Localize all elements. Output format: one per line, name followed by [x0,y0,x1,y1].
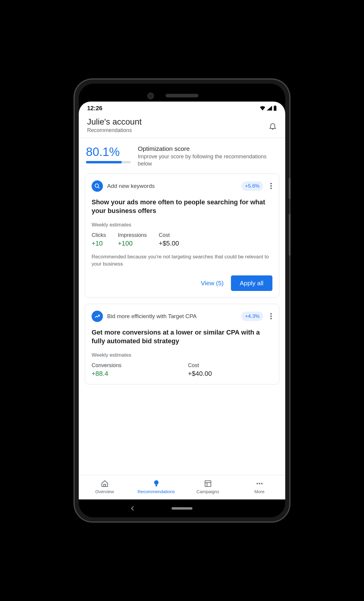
metric-value: +10 [92,240,106,247]
card-title: Add new keywords [107,183,237,190]
score-progress-track [86,161,131,163]
page-subtitle: Recommendations [87,127,142,134]
card-menu-button[interactable] [267,313,272,319]
card-header: Add new keywords +5.6% [92,180,272,192]
nav-campaigns[interactable]: Campaigns [182,475,234,499]
apply-all-button[interactable]: Apply all [231,275,272,291]
home-icon [101,480,109,487]
svg-point-12 [261,483,263,485]
score-impact-badge: +5.6% [241,181,263,191]
metric-impressions: Impressions +100 [118,232,147,247]
metric-label: Impressions [118,232,147,238]
nav-label: Recommendations [138,489,175,494]
speaker-slot [166,94,198,97]
battery-icon [273,105,277,111]
score-title: Optimization score [138,145,278,152]
view-button[interactable]: View (5) [201,280,224,287]
header-titles: Julie's account Recommendations [87,117,142,134]
account-title: Julie's account [87,117,142,127]
svg-rect-0 [274,106,277,111]
score-desc: Improve your score by following the reco… [138,153,278,168]
nav-label: More [254,489,264,494]
dots-icon [256,480,263,487]
metric-value: +$40.00 [188,370,272,378]
trend-icon [92,311,103,322]
svg-rect-6 [155,485,157,487]
phone-power-button [289,178,291,199]
grid-icon [204,480,212,487]
svg-point-5 [154,480,158,485]
optimization-score-section: 80.1% Optimization score Improve your sc… [85,145,279,174]
svg-rect-1 [274,105,276,106]
recommendation-card-keywords: Add new keywords +5.6% Show your ads mor… [85,174,279,298]
weekly-estimates-label: Weekly estimates [92,222,272,228]
svg-rect-7 [205,481,211,487]
statusbar-time: 12:26 [87,105,102,112]
nav-recommendations[interactable]: Recommendations [130,475,182,499]
card-header: Bid more efficiently with Target CPA +4.… [92,311,272,322]
nav-label: Campaigns [197,489,219,494]
android-back-button[interactable] [130,505,136,511]
phone-volume-button [289,214,291,256]
metric-value: +88.4 [92,370,176,378]
search-icon [92,180,103,192]
card-heading: Show your ads more often to people searc… [92,198,272,215]
recommendation-card-target-cpa: Bid more efficiently with Target CPA +4.… [85,304,279,384]
score-text: Optimization score Improve your score by… [138,145,278,168]
metrics-row: Conversions +88.4 Cost +$40.00 [92,362,272,378]
metric-cost: Cost +$40.00 [188,362,272,378]
nav-more[interactable]: More [234,475,285,499]
metric-label: Cost [159,232,179,238]
bulb-icon [153,480,160,487]
notifications-button[interactable] [269,117,277,131]
metric-label: Conversions [92,362,176,369]
android-home-pill[interactable] [172,507,192,510]
score-value: 80.1% [86,145,131,159]
nav-label: Overview [95,489,114,494]
svg-point-11 [259,483,260,485]
svg-line-3 [98,187,100,188]
weekly-estimates-label: Weekly estimates [92,352,272,358]
card-menu-button[interactable] [267,183,272,189]
content-area: 80.1% Optimization score Improve your sc… [79,138,285,475]
metric-label: Clicks [92,232,106,238]
statusbar: 12:26 [79,102,285,115]
card-title: Bid more efficiently with Target CPA [107,313,237,320]
metric-cost: Cost +$5.00 [159,232,179,247]
wifi-icon [260,106,266,111]
phone-inner: 12:26 Julie's account Recommendations [79,84,285,517]
android-system-nav [79,499,285,517]
metric-conversions: Conversions +88.4 [92,362,176,378]
card-reason-text: Recommended because you're not targeting… [92,253,272,268]
camera-dot [147,93,154,99]
score-impact-badge: +4.3% [241,312,263,321]
metric-label: Cost [188,362,272,369]
metric-clicks: Clicks +10 [92,232,106,247]
signal-icon [267,106,272,111]
metrics-row: Clicks +10 Impressions +100 Cost +$5.00 [92,232,272,247]
score-progress-fill [86,161,122,163]
app-screen: 12:26 Julie's account Recommendations [79,102,285,499]
score-left: 80.1% [86,145,131,168]
nav-overview[interactable]: Overview [79,475,130,499]
card-actions: View (5) Apply all [92,275,272,291]
svg-rect-4 [104,484,106,487]
statusbar-icons [260,105,277,111]
bottom-navigation: Overview Recommendations Campaigns More [79,475,285,499]
bell-icon [269,122,277,130]
app-header: Julie's account Recommendations [79,115,285,138]
svg-point-10 [257,483,258,485]
svg-point-2 [95,184,99,187]
metric-value: +100 [118,240,147,247]
phone-frame: 12:26 Julie's account Recommendations [75,79,289,522]
card-heading: Get more conversions at a lower or simil… [92,328,272,346]
metric-value: +$5.00 [159,240,179,247]
